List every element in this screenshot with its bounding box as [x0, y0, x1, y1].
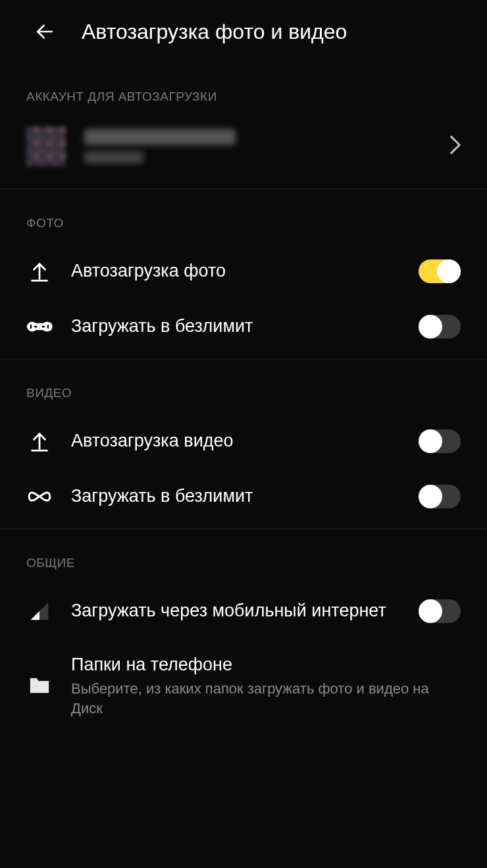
- toggle-knob: [419, 599, 442, 623]
- infinity-icon: [26, 313, 53, 340]
- setting-label: Загружать в безлимит: [71, 485, 400, 508]
- toggle-knob: [419, 429, 442, 453]
- section-header-general: ОБЩИЕ: [0, 529, 487, 583]
- setting-label: Автозагрузка видео: [71, 429, 400, 452]
- upload-icon: [26, 258, 53, 285]
- toggle-mobile-data[interactable]: [419, 599, 461, 623]
- toggle-video-unlimited[interactable]: [419, 485, 461, 508]
- toggle-photo-unlimited[interactable]: [419, 315, 461, 339]
- chevron-right-icon: [450, 136, 461, 157]
- setting-label: Автозагрузка фото: [71, 259, 400, 283]
- avatar: [26, 126, 66, 166]
- infinity-icon: [26, 483, 53, 510]
- setting-video-auto-upload[interactable]: Автозагрузка видео: [0, 414, 487, 469]
- setting-phone-folders[interactable]: Папки на телефоне Выберите, из каких пап…: [0, 639, 487, 732]
- account-name-redacted: [84, 129, 236, 145]
- setting-mobile-data[interactable]: Загружать через мобильный интернет: [0, 583, 487, 639]
- section-header-photo: ФОТО: [0, 190, 487, 244]
- toggle-knob: [437, 259, 461, 283]
- cellular-icon: [26, 598, 53, 624]
- folder-icon: [26, 672, 53, 699]
- account-sub-redacted: [84, 151, 143, 163]
- setting-text: Автозагрузка видео: [71, 429, 400, 452]
- toggle-photo-auto-upload[interactable]: [419, 259, 461, 283]
- toggle-video-auto-upload[interactable]: [419, 429, 461, 453]
- toggle-knob: [419, 315, 442, 339]
- section-header-account: АККАУНТ ДЛЯ АВТОЗАГРУЗКИ: [0, 63, 487, 117]
- section-header-video: ВИДЕО: [0, 360, 487, 414]
- setting-photo-unlimited[interactable]: Загружать в безлимит: [0, 299, 487, 354]
- page-title: Автозагрузка фото и видео: [82, 20, 347, 44]
- back-button[interactable]: [32, 18, 58, 45]
- setting-text: Папки на телефоне Выберите, из каких пап…: [71, 653, 461, 718]
- account-info: [84, 129, 450, 163]
- setting-video-unlimited[interactable]: Загружать в безлимит: [0, 469, 487, 524]
- setting-photo-auto-upload[interactable]: Автозагрузка фото: [0, 244, 487, 299]
- account-row[interactable]: [0, 117, 487, 184]
- setting-text: Загружать через мобильный интернет: [71, 599, 400, 622]
- header: Автозагрузка фото и видео: [0, 0, 487, 63]
- setting-text: Загружать в безлимит: [71, 485, 400, 508]
- arrow-left-icon: [34, 21, 55, 42]
- toggle-knob: [419, 485, 442, 508]
- setting-label: Папки на телефоне: [71, 653, 461, 676]
- setting-label: Загружать в безлимит: [71, 315, 400, 338]
- upload-icon: [26, 428, 53, 454]
- setting-label: Загружать через мобильный интернет: [71, 599, 400, 622]
- setting-text: Загружать в безлимит: [71, 315, 400, 338]
- setting-sublabel: Выберите, из каких папок загружать фото …: [71, 679, 461, 718]
- setting-text: Автозагрузка фото: [71, 259, 400, 283]
